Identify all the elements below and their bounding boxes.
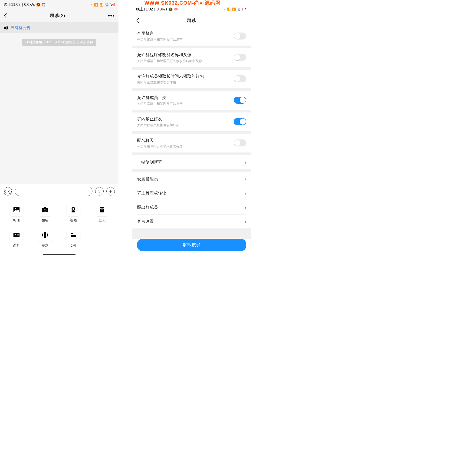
home-indicator[interactable] [43,254,75,255]
setting-subtitle: 关闭后紧群主和管理员使用 [137,80,234,85]
emoji-button[interactable] [95,187,104,196]
svg-rect-15 [17,234,19,235]
toggle-mute-all[interactable] [234,33,246,40]
nav-mute-settings[interactable]: 禁言设置 › [133,214,251,229]
chat-header: 群聊(3) ••• [0,9,118,22]
attach-vibrate-label: 振动 [41,244,49,248]
toggle-friends[interactable] [234,118,246,125]
nav-title: 禁言设置 [137,219,154,224]
nav-kick-member[interactable]: 踢出群成员 › [133,200,251,214]
setting-anonymous: 匿名聊天 开启后用户聊天不显示真实头像 [133,134,251,153]
mute-icon: 🔕 [169,8,173,11]
svg-point-7 [44,209,46,211]
status-bar: 晚上11:02 | 0.0K/s 🔕 ⏰ ᚼ 📶 📶 📡 16 [0,0,118,9]
attach-album[interactable]: 相册 [7,203,26,223]
nav-set-admin[interactable]: 设置管理员 › [133,172,251,186]
nav-title: 踢出群成员 [137,204,158,210]
chevron-right-icon: › [245,176,246,182]
chat-title: 群聊(3) [50,13,65,19]
back-button[interactable] [4,13,7,19]
attach-album-label: 相册 [13,218,20,223]
chat-screen: WWW.SK032.COM-尚可源码网 晚上11:02 | 0.0K/s 🔕 ⏰… [0,0,118,257]
bluetooth-icon: ᚼ [91,3,93,7]
system-message: v8科技客服,111111,v8v8v8,群机器人 加入群聊 [22,39,96,46]
status-time: 晚上11:02 [136,7,153,12]
setting-subtitle: 开启后仅群主和管理员可以发言 [137,38,234,42]
svg-point-12 [101,208,103,210]
attach-card[interactable]: 名片 [7,228,26,248]
battery-level: 16 [110,3,115,6]
dissolve-group-button[interactable]: 解散该群 [137,239,246,251]
status-divider: | [154,7,155,11]
alarm-icon: ⏰ [174,8,178,11]
attach-file[interactable]: 文件 [64,228,83,248]
svg-point-14 [15,234,16,235]
svg-point-1 [100,191,100,191]
toggle-anonymous[interactable] [234,139,246,146]
setting-title: 允许群成员上麦 [137,95,234,100]
signal-icon: 📶 [226,8,231,11]
attach-camera-label: 拍摄 [41,218,49,223]
chat-messages-area[interactable]: v8科技客服,111111,v8v8v8,群机器人 加入群聊 [0,33,118,184]
setting-title: 匿名聊天 [137,138,234,143]
nav-copy-group[interactable]: 一键复制新群 › [133,155,251,169]
chevron-right-icon: › [245,205,246,210]
setting-mic: 允许群成员上麦 关闭后紧群主和管理员可以上麦 [133,91,251,110]
chevron-right-icon: › [245,160,246,165]
input-bar: ›)) [0,184,118,198]
status-speed: 0.8K/s [157,7,167,11]
attach-camera[interactable]: 拍摄 [35,203,55,223]
setting-subtitle: 关闭后紧群主和管理员可以修改群名称和头像 [137,59,234,63]
toggle-allow-modify[interactable] [234,54,246,61]
signal-icon-2: 📶 [99,3,103,7]
attach-card-label: 名片 [13,244,20,248]
setting-redpacket: 允许群成员领取长时间未领取的红包 关闭后紧群主和管理员使用 [133,70,251,88]
announcement-text: 没有群公告 [11,25,30,30]
speaker-icon [4,26,8,30]
alarm-icon: ⏰ [41,3,46,7]
signal-icon-2: 📶 [232,8,236,11]
svg-rect-10 [72,211,75,212]
attach-redpacket[interactable]: 红包 [92,203,112,223]
setting-title: 允许群程序修改群名称和头像 [137,52,234,58]
svg-rect-17 [44,232,46,238]
chevron-right-icon: › [245,191,246,196]
nav-transfer-owner[interactable]: 群主管理权转让 › [133,186,251,200]
toggle-mic[interactable] [234,97,246,104]
attach-redpacket-label: 红包 [99,218,106,223]
attachment-panel: 相册 拍摄 视频 红包 名片 振动 文件 [0,198,118,253]
setting-subtitle: 关闭后紧群主和管理员可以上麦 [137,102,234,106]
chevron-right-icon: › [245,219,246,224]
status-divider: | [22,3,23,7]
svg-rect-18 [71,234,76,235]
nav-title: 一键复制新群 [137,160,162,165]
mute-icon: 🔕 [36,3,40,7]
settings-list[interactable]: 全员禁言 开启后仅群主和管理员可以发言 允许群程序修改群名称和头像 关闭后紧群主… [133,27,251,257]
signal-icon: 📶 [94,3,98,7]
back-button[interactable] [136,18,139,23]
setting-subtitle: 开启后用户聊天不显示真实头像 [137,144,234,149]
svg-point-9 [73,208,74,210]
wifi-icon: 📡 [105,3,109,7]
nav-title: 群主管理权转让 [137,190,166,196]
setting-allow-modify: 允许群程序修改群名称和头像 关闭后紧群主和管理员可以修改群名称和头像 [133,48,251,67]
setting-mute-all: 全员禁言 开启后仅群主和管理员可以发言 [133,27,251,46]
settings-header: 群聊 [133,14,251,27]
plus-button[interactable] [106,187,115,196]
settings-screen: 晚上11:02 | 0.8K/s 🔕 ⏰ ᚼ 📶 📶 📡 16 群聊 全员禁言 … [133,5,251,257]
announcement-bar[interactable]: 没有群公告 [0,22,118,33]
more-button[interactable]: ••• [108,13,115,19]
svg-point-0 [99,191,99,191]
voice-button[interactable]: ›)) [4,187,12,196]
settings-title: 群聊 [187,17,196,24]
attach-file-label: 文件 [70,244,77,248]
message-input[interactable] [15,187,92,196]
setting-subtitle: 关闭后群成员直接可以加好友 [137,123,234,127]
svg-point-3 [15,208,16,209]
status-time: 晚上11:02 [4,2,20,7]
attach-vibrate[interactable]: 振动 [35,228,55,248]
toggle-redpacket[interactable] [234,75,246,82]
attach-video[interactable]: 视频 [64,203,83,223]
nav-title: 设置管理员 [137,176,158,182]
wifi-icon: 📡 [237,8,241,11]
